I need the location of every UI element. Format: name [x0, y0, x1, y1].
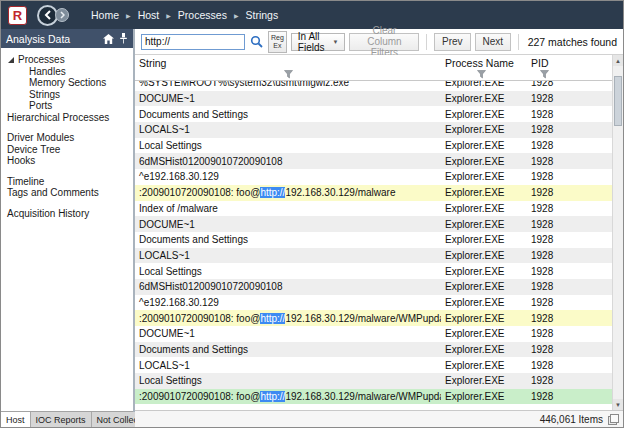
table-row[interactable]: ^e192.168.30.129Explorer.EXE1928 — [135, 169, 612, 185]
tree-item-label: Tags and Comments — [7, 187, 99, 198]
scrollbar-thumb[interactable] — [614, 76, 622, 126]
table-row[interactable]: Documents and SettingsExplorer.EXE1928 — [135, 106, 612, 122]
cell-string: Index of /malware — [135, 203, 441, 214]
prev-match-button[interactable]: Prev — [434, 33, 471, 51]
table-row[interactable]: Local SettingsExplorer.EXE1928 — [135, 373, 612, 389]
column-header-pid[interactable]: PID — [521, 55, 561, 80]
filter-icon[interactable] — [284, 70, 293, 79]
column-header-string[interactable]: String — [135, 55, 441, 80]
breadcrumb-separator-icon: ▶ — [234, 12, 239, 19]
tree-item-strings[interactable]: Strings — [1, 89, 133, 101]
clear-column-filters-button[interactable]: Clear Column Filters — [349, 33, 419, 51]
app-logo-letter: R — [13, 9, 22, 22]
scrollbar-track[interactable] — [613, 66, 623, 399]
breadcrumb-item-home[interactable]: Home — [91, 9, 119, 21]
tree-item-ports[interactable]: Ports — [1, 100, 133, 112]
main-panel: Reg Ex In All Fields ▼ Clear Column Filt… — [135, 29, 623, 427]
column-header-process-name[interactable]: Process Name — [441, 55, 521, 80]
next-match-button[interactable]: Next — [475, 33, 512, 51]
forward-button[interactable] — [55, 8, 69, 22]
scroll-down-icon[interactable]: ▼ — [613, 399, 623, 410]
cell-process-name: Explorer.EXE — [441, 234, 521, 245]
cell-string: ^e192.168.30.129 — [135, 297, 441, 308]
search-input[interactable] — [141, 34, 245, 50]
table-header-row: String Process Name PID — [135, 55, 623, 81]
cell-process-name: Explorer.EXE — [441, 360, 521, 371]
toolbar-divider — [426, 34, 427, 50]
regex-button[interactable]: Reg Ex — [268, 31, 287, 53]
analysis-data-tree: ProcessesHandlesMemory SectionsStringsPo… — [1, 48, 133, 411]
table-row[interactable]: Documents and SettingsExplorer.EXE1928 — [135, 342, 612, 358]
cell-string: DOCUME~1 — [135, 219, 441, 230]
tab-host[interactable]: Host — [1, 412, 31, 427]
tree-item-tags-and-comments[interactable]: Tags and Comments — [1, 187, 133, 199]
search-icon[interactable] — [249, 35, 264, 48]
sidebar-tab-strip: HostIOC ReportsNot Collected — [1, 411, 133, 427]
cell-string: Documents and Settings — [135, 109, 441, 120]
filter-icon[interactable] — [540, 70, 549, 79]
breadcrumb-item-strings[interactable]: Strings — [246, 9, 279, 21]
table-row[interactable]: ^e192.168.30.129Explorer.EXE1928 — [135, 295, 612, 311]
cell-pid: 1928 — [521, 375, 561, 386]
back-arrow-icon — [44, 10, 52, 20]
table-row[interactable]: LOCALS~1Explorer.EXE1928 — [135, 248, 612, 264]
export-icon[interactable] — [608, 414, 619, 425]
sidebar-header: Analysis Data — [1, 29, 133, 48]
search-match-highlight: http:// — [260, 391, 285, 402]
cell-string: :2009010720090108: foo@http://192.168.30… — [135, 187, 441, 198]
status-bar: 446,061 Items — [135, 410, 623, 427]
cell-process-name: Explorer.EXE — [441, 203, 521, 214]
tree-item-device-tree[interactable]: Device Tree — [1, 144, 133, 156]
tree-item-handles[interactable]: Handles — [1, 66, 133, 78]
table-row[interactable]: Documents and SettingsExplorer.EXE1928 — [135, 232, 612, 248]
table-row[interactable]: DOCUME~1Explorer.EXE1928 — [135, 216, 612, 232]
cell-pid: 1928 — [521, 203, 561, 214]
search-match-highlight: http:// — [260, 313, 285, 324]
tree-item-label: Acquisition History — [7, 208, 89, 219]
tree-item-hooks[interactable]: Hooks — [1, 155, 133, 167]
cell-pid: 1928 — [521, 266, 561, 277]
table-row[interactable]: :2009010720090108: foo@http://192.168.30… — [135, 185, 612, 201]
tree-item-hierarchical-processes[interactable]: Hierarchical Processes — [1, 112, 133, 124]
cell-pid: 1928 — [521, 234, 561, 245]
cell-process-name: Explorer.EXE — [441, 140, 521, 151]
cell-pid: 1928 — [521, 124, 561, 135]
table-row[interactable]: DOCUME~1Explorer.EXE1928 — [135, 91, 612, 107]
tree-item-timeline[interactable]: Timeline — [1, 176, 133, 188]
breadcrumb-item-host[interactable]: Host — [138, 9, 160, 21]
items-count-text: 446,061 Items — [540, 414, 603, 425]
cell-string: Local Settings — [135, 266, 441, 277]
table-row[interactable]: Index of /malwareExplorer.EXE1928 — [135, 201, 612, 217]
cell-pid: 1928 — [521, 250, 561, 261]
cell-pid: 1928 — [521, 297, 561, 308]
table-row[interactable]: :2009010720090108: foo@http://192.168.30… — [135, 310, 612, 326]
cell-pid: 1928 — [521, 156, 561, 167]
filter-icon[interactable] — [477, 70, 486, 79]
expander-icon[interactable] — [7, 56, 15, 64]
tree-item-memory-sections[interactable]: Memory Sections — [1, 77, 133, 89]
cell-process-name: Explorer.EXE — [441, 281, 521, 292]
table-row[interactable]: 6dMSHist012009010720090108Explorer.EXE19… — [135, 279, 612, 295]
table-row[interactable]: DOCUME~1Explorer.EXE1928 — [135, 326, 612, 342]
field-scope-dropdown[interactable]: In All Fields ▼ — [291, 33, 346, 51]
home-icon[interactable] — [103, 34, 114, 44]
table-row[interactable]: Local SettingsExplorer.EXE1928 — [135, 138, 612, 154]
vertical-scrollbar[interactable]: ▲ ▼ — [612, 55, 623, 410]
table-row[interactable]: Local SettingsExplorer.EXE1928 — [135, 263, 612, 279]
tree-item-driver-modules[interactable]: Driver Modules — [1, 132, 133, 144]
pin-icon[interactable] — [119, 33, 128, 44]
cell-process-name: Explorer.EXE — [441, 375, 521, 386]
tab-ioc-reports[interactable]: IOC Reports — [31, 412, 92, 427]
cell-string: LOCALS~1 — [135, 124, 441, 135]
table-row[interactable]: :2009010720090108: foo@http://192.168.30… — [135, 389, 612, 405]
table-row[interactable]: LOCALS~1Explorer.EXE1928 — [135, 357, 612, 373]
sidebar-title: Analysis Data — [6, 33, 70, 45]
scroll-up-icon[interactable]: ▲ — [613, 55, 623, 66]
table-row[interactable]: 6dMSHist012009010720090108Explorer.EXE19… — [135, 153, 612, 169]
breadcrumb-item-processes[interactable]: Processes — [178, 9, 227, 21]
tree-item-processes[interactable]: Processes — [1, 54, 133, 66]
cell-process-name: Explorer.EXE — [441, 219, 521, 230]
tree-item-acquisition-history[interactable]: Acquisition History — [1, 208, 133, 220]
cell-process-name: Explorer.EXE — [441, 391, 521, 402]
table-row[interactable]: LOCALS~1Explorer.EXE1928 — [135, 122, 612, 138]
